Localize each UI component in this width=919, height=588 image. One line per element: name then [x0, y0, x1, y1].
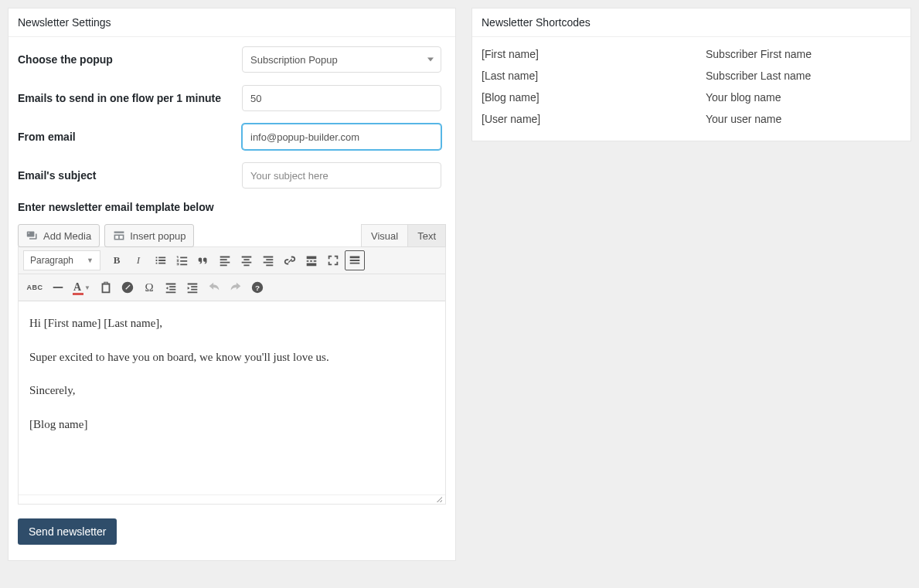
- shortcode-row: [Blog name] Your blog name: [472, 87, 910, 108]
- panel-title: Newsletter Settings: [9, 8, 455, 37]
- label-choose-popup: Choose the popup: [18, 53, 242, 66]
- label-subject: Email's subject: [18, 169, 242, 182]
- toolbar-row-1: Paragraph ▼ B I: [19, 247, 445, 274]
- undo-button[interactable]: [204, 277, 224, 297]
- body-line: Sincerely,: [29, 381, 434, 401]
- rich-editor: Paragraph ▼ B I: [18, 246, 446, 505]
- toolbar-row-2: ABC A▼ Ω ?: [19, 274, 445, 301]
- bullet-list-button[interactable]: [150, 250, 170, 270]
- bold-button[interactable]: B: [107, 250, 127, 270]
- svg-rect-0: [53, 287, 63, 288]
- editor-content[interactable]: Hi [First name] [Last name], Super excit…: [19, 301, 445, 495]
- shortcode-code: [First name]: [482, 48, 706, 60]
- newsletter-shortcodes-panel: Newsletter Shortcodes [First name] Subsc…: [471, 8, 911, 141]
- paste-text-button[interactable]: [96, 277, 116, 297]
- format-select[interactable]: Paragraph ▼: [23, 250, 100, 270]
- blockquote-button[interactable]: [193, 250, 213, 270]
- shortcode-desc: Subscriber Last name: [706, 70, 811, 82]
- shortcode-row: [First name] Subscriber First name: [472, 43, 910, 65]
- media-icon: [26, 229, 39, 242]
- row-subject: Email's subject: [18, 162, 446, 189]
- send-newsletter-button[interactable]: Send newsletter: [18, 518, 117, 545]
- indent-button[interactable]: [182, 277, 203, 297]
- add-media-button[interactable]: Add Media: [18, 224, 100, 247]
- italic-button[interactable]: I: [128, 250, 148, 270]
- popup-icon: [113, 229, 125, 242]
- align-left-button[interactable]: [215, 250, 235, 270]
- row-choose-popup: Choose the popup Subscription Popup: [18, 46, 446, 73]
- outdent-button[interactable]: [161, 277, 181, 297]
- resize-handle[interactable]: [19, 495, 445, 504]
- body-line: [Blog name]: [29, 415, 434, 435]
- from-email-input[interactable]: [242, 124, 441, 150]
- body-line: Super excited to have you on board, we k…: [29, 348, 434, 368]
- special-char-button[interactable]: Ω: [139, 277, 159, 297]
- shortcode-desc: Your user name: [706, 113, 781, 125]
- label-emails-flow: Emails to send in one flow per 1 minute: [18, 92, 242, 104]
- label-from-email: From email: [18, 131, 242, 143]
- chevron-down-icon: ▼: [87, 257, 94, 264]
- editor-tabs: Visual Text: [361, 224, 446, 247]
- read-more-button[interactable]: [301, 250, 322, 270]
- align-right-button[interactable]: [258, 250, 278, 270]
- panel-title: Newsletter Shortcodes: [472, 8, 910, 37]
- subject-input[interactable]: [242, 162, 441, 189]
- text-color-button[interactable]: A▼: [70, 277, 94, 297]
- hr-button[interactable]: [48, 277, 68, 297]
- shortcode-row: [User name] Your user name: [472, 108, 910, 130]
- number-list-button[interactable]: [172, 250, 192, 270]
- strikethrough-button[interactable]: ABC: [23, 277, 46, 297]
- choose-popup-select[interactable]: Subscription Popup: [242, 46, 441, 73]
- shortcode-desc: Your blog name: [706, 91, 781, 104]
- shortcode-row: [Last name] Subscriber Last name: [472, 65, 910, 87]
- insert-popup-button[interactable]: Insert popup: [104, 224, 194, 247]
- svg-text:?: ?: [255, 284, 260, 292]
- redo-button[interactable]: [226, 277, 246, 297]
- fullscreen-button[interactable]: [323, 250, 343, 270]
- body-line: Hi [First name] [Last name],: [29, 314, 434, 334]
- clear-format-button[interactable]: [117, 277, 138, 297]
- toolbar-toggle-button[interactable]: [345, 250, 365, 270]
- help-button[interactable]: ?: [247, 277, 267, 297]
- emails-flow-input[interactable]: [242, 85, 441, 111]
- label-template: Enter newsletter email template below: [18, 201, 446, 213]
- link-button[interactable]: [280, 250, 300, 270]
- tab-text[interactable]: Text: [408, 224, 446, 247]
- shortcode-code: [Blog name]: [482, 91, 706, 104]
- shortcode-code: [Last name]: [482, 70, 706, 82]
- newsletter-settings-panel: Newsletter Settings Choose the popup Sub…: [8, 8, 456, 561]
- tab-visual[interactable]: Visual: [361, 224, 408, 247]
- shortcode-desc: Subscriber First name: [706, 48, 812, 60]
- align-center-button[interactable]: [237, 250, 257, 270]
- shortcode-code: [User name]: [482, 113, 706, 125]
- row-emails-flow: Emails to send in one flow per 1 minute: [18, 85, 446, 111]
- row-from-email: From email: [18, 124, 446, 150]
